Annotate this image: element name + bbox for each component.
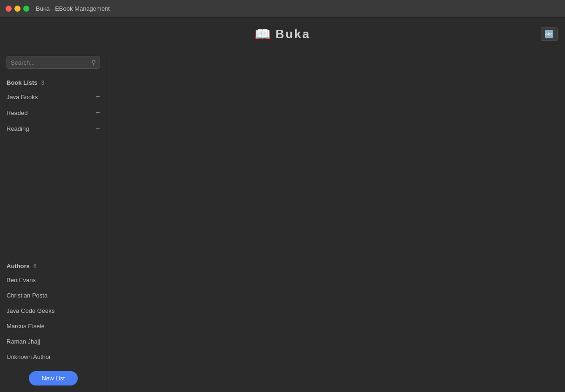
minimize-button[interactable] — [14, 6, 20, 12]
java-books-add-icon[interactable]: + — [96, 93, 100, 101]
search-container: ⚲ — [0, 50, 107, 74]
main-layout: ⚲ Book Lists 3 Java Books + Readed + Rea… — [0, 50, 565, 392]
marcus-eisele-label: Marcus Eisele — [7, 323, 45, 330]
authors-count: 6 — [34, 263, 37, 270]
unknown-author-label: Unknown Author — [7, 353, 51, 360]
sidebar-spacer — [0, 136, 107, 258]
titlebar: Buka - EBook Management — [0, 0, 565, 18]
book-icon: 📖 — [255, 27, 271, 42]
reading-add-icon[interactable]: + — [96, 125, 100, 132]
logo: 📖 Buka — [255, 27, 311, 42]
reading-label: Reading — [7, 125, 29, 132]
sidebar-item-ben-evans[interactable]: Ben Evans — [0, 272, 107, 288]
header: 📖 Buka 🔤 — [0, 18, 565, 50]
language-button[interactable]: 🔤 — [541, 27, 558, 41]
sidebar-item-reading[interactable]: Reading + — [0, 121, 107, 136]
close-button[interactable] — [6, 6, 12, 12]
language-icon: 🔤 — [545, 30, 554, 39]
java-code-geeks-label: Java Code Geeks — [7, 307, 54, 314]
authors-title: Authors — [7, 263, 30, 270]
sidebar-item-marcus-eisele[interactable]: Marcus Eisele — [0, 318, 107, 334]
book-lists-count: 3 — [41, 80, 44, 86]
ben-evans-label: Ben Evans — [7, 277, 36, 284]
content-area — [107, 50, 565, 392]
search-input[interactable] — [11, 59, 88, 66]
authors-section-header: Authors 6 — [0, 258, 107, 272]
sidebar-item-readed[interactable]: Readed + — [0, 105, 107, 121]
new-list-container: New List — [0, 365, 107, 392]
book-lists-section-header: Book Lists 3 — [0, 74, 107, 89]
sidebar-item-unknown-author[interactable]: Unknown Author — [0, 349, 107, 365]
search-icon: ⚲ — [91, 59, 96, 66]
sidebar-item-java-code-geeks[interactable]: Java Code Geeks — [0, 303, 107, 318]
authors-container: Ben Evans Christian Posta Java Code Geek… — [0, 272, 107, 365]
java-books-label: Java Books — [7, 94, 38, 101]
traffic-lights — [6, 6, 29, 12]
search-box: ⚲ — [7, 56, 100, 69]
window-title: Buka - EBook Management — [36, 5, 110, 12]
readed-add-icon[interactable]: + — [96, 109, 100, 116]
readed-label: Readed — [7, 109, 28, 116]
book-lists-container: Java Books + Readed + Reading + — [0, 89, 107, 136]
sidebar-item-christian-posta[interactable]: Christian Posta — [0, 288, 107, 303]
sidebar-item-raman-jhajj[interactable]: Raman Jhajj — [0, 334, 107, 349]
sidebar: ⚲ Book Lists 3 Java Books + Readed + Rea… — [0, 50, 107, 392]
sidebar-item-java-books[interactable]: Java Books + — [0, 89, 107, 105]
book-lists-title: Book Lists — [7, 79, 37, 86]
logo-text: Buka — [276, 27, 311, 41]
christian-posta-label: Christian Posta — [7, 292, 47, 299]
new-list-button[interactable]: New List — [29, 371, 78, 385]
raman-jhajj-label: Raman Jhajj — [7, 338, 40, 345]
maximize-button[interactable] — [23, 6, 29, 12]
